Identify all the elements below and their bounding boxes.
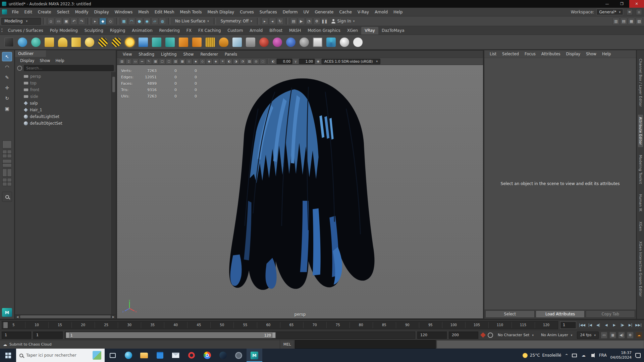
- mute-audio-icon[interactable]: ◀): [618, 332, 625, 339]
- scroll-left-icon[interactable]: ◀: [15, 315, 20, 319]
- vray-mesh-light-icon[interactable]: [258, 36, 270, 49]
- snap-curve-icon[interactable]: ◠: [128, 18, 135, 25]
- sidebar-tab[interactable]: Modeling Toolkit: [638, 153, 643, 186]
- wireframe-icon[interactable]: ◇: [199, 59, 206, 64]
- menu-item[interactable]: Generate: [312, 8, 336, 16]
- range-slider-track[interactable]: 1 120: [65, 331, 415, 339]
- workspace-options-icon[interactable]: ≡: [627, 9, 633, 15]
- sign-in-button[interactable]: Sign In ▾: [331, 19, 355, 23]
- shelf-tab[interactable]: Rigging: [107, 27, 128, 35]
- timeline-tick[interactable]: 110: [488, 321, 512, 329]
- outliner-item[interactable]: Hair_1: [15, 107, 111, 113]
- taskbar-app[interactable]: [199, 349, 215, 362]
- vray-light-lister-icon[interactable]: [338, 36, 351, 49]
- timeline-tick[interactable]: 95: [419, 321, 442, 329]
- vray-scene-export-icon[interactable]: [177, 36, 190, 49]
- timeline-tick[interactable]: 5: [2, 321, 25, 329]
- bookmark-icon[interactable]: ▯: [125, 59, 132, 64]
- vray-water-icon[interactable]: [137, 36, 150, 49]
- shelf-tab[interactable]: DazToMaya: [378, 27, 408, 35]
- modeling-toolkit-toggle-icon[interactable]: ▥: [612, 18, 620, 25]
- single-pane-layout-icon[interactable]: [2, 140, 12, 148]
- timeline-tick[interactable]: 65: [280, 321, 303, 329]
- shelf-tab[interactable]: Animation: [128, 27, 156, 35]
- two-pane-horizontal-layout-icon[interactable]: [2, 159, 12, 167]
- vray-clipper-icon[interactable]: [231, 36, 244, 49]
- taskbar-app[interactable]: [183, 349, 199, 362]
- menu-item[interactable]: Windows: [112, 8, 136, 16]
- menu-item[interactable]: Help: [391, 8, 406, 16]
- gamma-field[interactable]: [299, 59, 315, 64]
- timeline-tick[interactable]: 30: [118, 321, 141, 329]
- timeline-tick[interactable]: 70: [303, 321, 326, 329]
- anim-layer-dropdown[interactable]: No Anim Layer ▾: [538, 331, 575, 339]
- chaos-cloud-button-icon[interactable]: ☁: [636, 332, 642, 339]
- hair-model[interactable]: [205, 75, 395, 293]
- gate-mask-icon[interactable]: ▧: [172, 59, 179, 64]
- animation-start-field[interactable]: 1: [2, 331, 31, 339]
- current-frame-field[interactable]: 1: [560, 321, 576, 329]
- timeline-tick[interactable]: 45: [187, 321, 210, 329]
- shelf-tab[interactable]: Arnold: [246, 27, 266, 35]
- vray-scene-import-icon[interactable]: [191, 36, 203, 49]
- make-live-icon[interactable]: ◍: [159, 18, 166, 25]
- command-input[interactable]: [295, 340, 436, 349]
- snap-grid-icon[interactable]: ▦: [120, 18, 127, 25]
- vray-object-properties-icon[interactable]: [244, 36, 257, 49]
- menu-item[interactable]: Cache: [336, 8, 355, 16]
- search-input[interactable]: [24, 65, 114, 71]
- shaded-icon[interactable]: ◆: [206, 59, 212, 64]
- vray-override-material-icon[interactable]: [298, 36, 311, 49]
- workspace-lock-icon[interactable]: ▫: [636, 9, 642, 15]
- taskbar-app[interactable]: M: [247, 349, 262, 362]
- chaos-cloud-icon[interactable]: [352, 36, 364, 49]
- close-button[interactable]: ✕: [629, 0, 644, 8]
- shelf-tab[interactable]: Motion Graphics: [304, 27, 344, 35]
- menu-set-dropdown[interactable]: Modeling ▾: [1, 18, 41, 25]
- safe-title-icon[interactable]: ▪: [193, 59, 199, 64]
- shelf-tab[interactable]: Bifrost: [266, 27, 286, 35]
- paint-select-tool-icon[interactable]: ✎: [2, 73, 12, 82]
- character-set-icon[interactable]: [488, 333, 493, 338]
- timeline-tick[interactable]: 40: [164, 321, 187, 329]
- outliner-item[interactable]: persp: [15, 73, 111, 80]
- shelf-tab[interactable]: FX: [183, 27, 195, 35]
- grid-icon[interactable]: ▦: [152, 59, 159, 64]
- viewport-menu[interactable]: Lighting: [158, 52, 179, 57]
- menu-item[interactable]: Curves: [237, 8, 257, 16]
- vray-fur-icon[interactable]: [217, 36, 230, 49]
- attribute-editor-button[interactable]: Copy Tab: [586, 310, 635, 318]
- tool-settings-toggle-icon[interactable]: ▦: [628, 18, 635, 25]
- vray-sun-icon[interactable]: [123, 36, 136, 49]
- outliner-menu[interactable]: Show: [37, 58, 52, 63]
- isolate-select-icon[interactable]: ◎: [253, 59, 259, 64]
- clock[interactable]: 18:37 04/05/2024: [610, 351, 632, 360]
- scale-tool-icon[interactable]: ▣: [2, 104, 12, 113]
- menu-item[interactable]: Display: [91, 8, 112, 16]
- outliner-menu[interactable]: Display: [18, 58, 37, 63]
- range-slider-bar[interactable]: 1 120: [66, 332, 276, 338]
- 2d-pan-zoom-icon[interactable]: ↔: [139, 59, 145, 64]
- image-plane-icon[interactable]: ▭: [132, 59, 139, 64]
- open-render-view-icon[interactable]: ▤: [290, 18, 297, 25]
- maximize-button[interactable]: ❐: [614, 0, 629, 8]
- start-button[interactable]: [0, 349, 16, 362]
- play-backwards-button[interactable]: ◀: [602, 321, 610, 329]
- outliner-item[interactable]: salp: [15, 100, 111, 107]
- vray-frame-buffer-icon[interactable]: [16, 36, 29, 49]
- save-scene-icon[interactable]: ▣: [63, 18, 70, 25]
- taskbar-app[interactable]: [105, 349, 120, 362]
- scroll-right-icon[interactable]: ▶: [111, 315, 116, 319]
- new-scene-icon[interactable]: ▫: [47, 18, 54, 25]
- vray-bee-2-icon[interactable]: [110, 36, 123, 49]
- command-results-field[interactable]: [437, 340, 644, 349]
- rotate-tool-icon[interactable]: ↻: [2, 94, 12, 103]
- sidebar-tab[interactable]: Attribute Editor: [638, 115, 643, 147]
- timeline-ruler[interactable]: 5101520253035404550556065707580859095100…: [2, 321, 558, 329]
- outliner-item[interactable]: side: [15, 93, 111, 100]
- select-object-icon[interactable]: ◆: [99, 18, 106, 25]
- color-management-icon[interactable]: ◉: [315, 59, 321, 64]
- timeline-tick[interactable]: 80: [350, 321, 373, 329]
- onedrive-cloud-icon[interactable]: ☁: [581, 353, 586, 358]
- shelf-tab[interactable]: FX Caching: [195, 27, 224, 35]
